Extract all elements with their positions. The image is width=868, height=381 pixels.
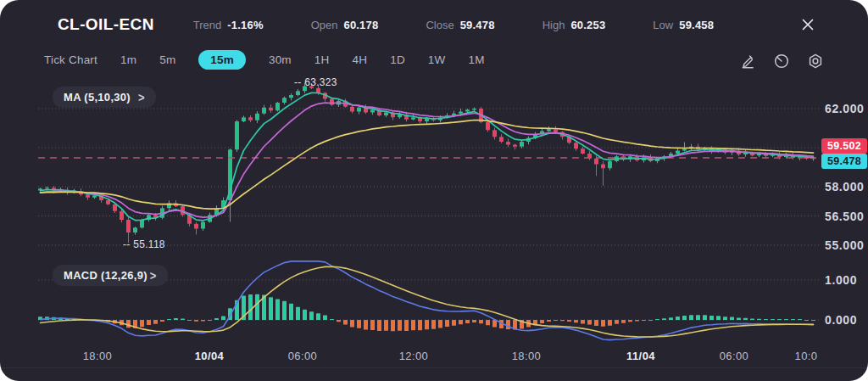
- macd-axis-label: 1.000: [825, 273, 857, 287]
- timeframe-tabs: Tick Chart1m5m15m30m1H4H1D1W1M: [44, 50, 485, 70]
- ma-indicator-label: MA (5,10,30): [64, 91, 131, 104]
- tab-1d[interactable]: 1D: [390, 50, 405, 70]
- header-stats: Trend-1.16%Open60.178Close59.478High60.2…: [193, 19, 714, 31]
- time-axis-label: 10:0: [779, 350, 833, 362]
- close-price-badge: 59.478: [821, 154, 867, 169]
- macd-axis-label: 0.000: [825, 313, 857, 327]
- tab-1m[interactable]: 1M: [469, 50, 485, 70]
- symbol-title: CL-OIL-ECN: [58, 15, 154, 34]
- close-button[interactable]: [800, 17, 815, 32]
- tab-1h[interactable]: 1H: [314, 50, 330, 70]
- time-axis-label: 18:00: [499, 350, 554, 362]
- axis-divider: [0, 367, 868, 368]
- chart-toolbar: [740, 52, 824, 70]
- stat-trend: Trend-1.16%: [193, 19, 264, 31]
- close-icon: [801, 18, 815, 31]
- tab-1w[interactable]: 1W: [428, 50, 446, 70]
- chevron-right-icon: >: [138, 90, 145, 104]
- stat-high: High60.253: [542, 19, 606, 31]
- settings-icon[interactable]: [807, 53, 824, 70]
- price-axis-label: 58.000: [825, 180, 864, 193]
- tab-tick-chart[interactable]: Tick Chart: [44, 50, 97, 70]
- time-axis-label: 10/04: [182, 350, 236, 362]
- price-axis-label: 55.000: [825, 238, 864, 252]
- tab-30m[interactable]: 30m: [269, 50, 292, 70]
- price-annotation: -- 55.118: [123, 238, 165, 250]
- tab-4h[interactable]: 4H: [353, 50, 368, 70]
- stat-close: Close59.478: [426, 19, 494, 31]
- draw-icon[interactable]: [740, 52, 756, 70]
- chart-window: CL-OIL-ECN Trend-1.16%Open60.178Close59.…: [0, 0, 868, 381]
- macd-indicator-pill[interactable]: MACD (12,26,9) >: [53, 265, 168, 286]
- time-axis-label: 18:00: [70, 350, 125, 362]
- time-axis-label: 06:00: [707, 350, 761, 362]
- time-axis-label: 06:00: [275, 350, 330, 362]
- chevron-right-icon: >: [150, 268, 157, 283]
- price-axis-label: 56.500: [825, 210, 864, 223]
- chart-header: CL-OIL-ECN Trend-1.16%Open60.178Close59.…: [0, 0, 868, 41]
- price-annotation: -- 63.323: [294, 76, 337, 88]
- price-axis-label: 62.000: [825, 102, 864, 115]
- time-axis-label: 11/04: [614, 350, 668, 362]
- gauge-icon[interactable]: [773, 53, 790, 70]
- tab-1m[interactable]: 1m: [120, 50, 136, 70]
- stat-low: Low59.458: [653, 19, 714, 31]
- tab-15m[interactable]: 15m: [198, 50, 246, 70]
- macd-indicator-label: MACD (12,26,9): [64, 269, 147, 282]
- ma-indicator-pill[interactable]: MA (5,10,30) >: [53, 87, 156, 108]
- stat-open: Open60.178: [311, 19, 379, 31]
- tab-5m[interactable]: 5m: [159, 50, 175, 70]
- time-axis-label: 12:00: [387, 350, 441, 362]
- last-price-badge: 59.502: [821, 138, 867, 154]
